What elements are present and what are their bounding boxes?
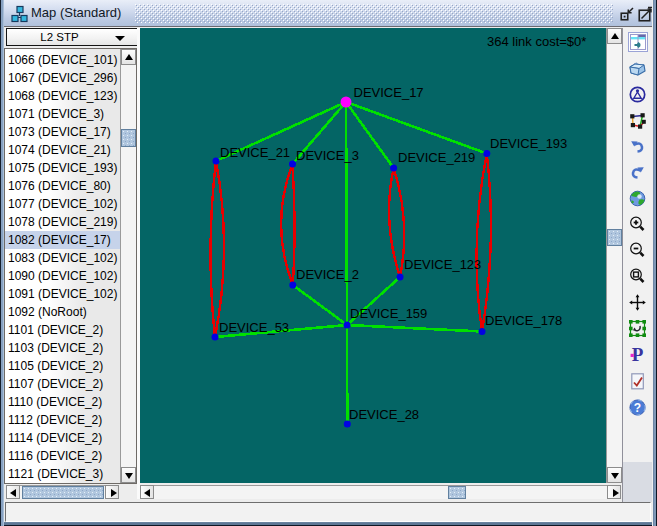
svg-text:DEVICE_21: DEVICE_21 bbox=[220, 145, 290, 160]
svg-text:DEVICE_53: DEVICE_53 bbox=[219, 320, 289, 335]
svg-text:DEVICE_123: DEVICE_123 bbox=[404, 257, 481, 272]
svg-text:?: ? bbox=[634, 401, 641, 415]
svg-text:DEVICE_2: DEVICE_2 bbox=[296, 267, 359, 282]
svg-text:DEVICE_178: DEVICE_178 bbox=[485, 313, 562, 328]
svg-text:364 link cost=$0*: 364 link cost=$0* bbox=[487, 34, 586, 49]
svg-text:DEVICE_3: DEVICE_3 bbox=[296, 148, 359, 163]
svg-text:DEVICE_159: DEVICE_159 bbox=[350, 306, 427, 321]
svg-text:DEVICE_219: DEVICE_219 bbox=[398, 150, 475, 165]
svg-text:DEVICE_17: DEVICE_17 bbox=[354, 85, 424, 100]
svg-text:DEVICE_193: DEVICE_193 bbox=[490, 136, 567, 151]
svg-text:DEVICE_28: DEVICE_28 bbox=[349, 407, 419, 422]
